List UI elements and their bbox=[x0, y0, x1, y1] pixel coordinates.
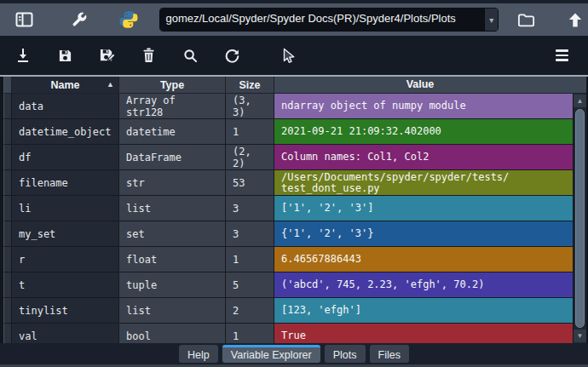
column-header-name[interactable]: Name ▲ bbox=[12, 77, 119, 94]
main-toolbar: gomez/Local/Spyder/Spyder Docs(PR)/Spyde… bbox=[0, 3, 588, 36]
search-button[interactable] bbox=[177, 43, 203, 68]
cell-name[interactable]: df bbox=[12, 145, 119, 170]
cell-size[interactable]: 1 bbox=[226, 324, 274, 343]
save-data-button[interactable] bbox=[52, 43, 78, 68]
browse-directory-button[interactable] bbox=[514, 7, 539, 32]
chevron-down-icon[interactable]: ▾ bbox=[484, 9, 498, 31]
cell-value[interactable]: True bbox=[274, 324, 586, 343]
tools-button[interactable] bbox=[66, 7, 92, 32]
row-handle[interactable] bbox=[3, 272, 12, 298]
cell-size[interactable]: (2, 2) bbox=[226, 145, 274, 170]
table-row[interactable]: df DataFrame (2, 2) Column names: Col1, … bbox=[3, 145, 586, 170]
cell-name[interactable]: t bbox=[12, 272, 119, 298]
remove-variables-button[interactable] bbox=[135, 43, 161, 68]
scroll-up-icon: ▲ bbox=[577, 97, 584, 105]
scrollbar-thumb[interactable] bbox=[575, 109, 585, 328]
tab-label: Variable Explorer bbox=[231, 349, 312, 361]
python-logo-icon bbox=[118, 9, 139, 30]
python-environment-button[interactable] bbox=[116, 7, 141, 32]
vertical-scrollbar[interactable]: ▲ ▼ bbox=[573, 94, 586, 343]
cell-type[interactable]: bool bbox=[119, 324, 226, 343]
cell-value[interactable]: [123, 'efgh'] bbox=[274, 298, 586, 324]
column-label: Name bbox=[50, 79, 79, 91]
parent-directory-button[interactable] bbox=[562, 7, 588, 32]
column-header-size[interactable]: Size bbox=[226, 77, 274, 94]
cell-value[interactable]: ('abcd', 745, 2.23, 'efgh', 70.2) bbox=[274, 272, 586, 298]
import-data-button[interactable] bbox=[10, 43, 36, 68]
cell-type[interactable]: float bbox=[119, 247, 226, 272]
cell-value[interactable]: 2021-09-21 21:09:32.402000 bbox=[274, 119, 586, 145]
arrow-up-icon bbox=[568, 12, 583, 28]
working-directory-combobox[interactable]: gomez/Local/Spyder/Spyder Docs(PR)/Spyde… bbox=[159, 8, 499, 32]
cell-type[interactable]: DataFrame bbox=[119, 145, 226, 170]
row-handle[interactable] bbox=[3, 119, 12, 145]
table-row[interactable]: li list 3 ['1', '2', '3'] bbox=[3, 196, 586, 221]
cell-size[interactable]: (3, 3) bbox=[226, 94, 274, 119]
cell-type[interactable]: Array of str128 bbox=[119, 94, 226, 119]
row-handle[interactable] bbox=[3, 94, 12, 119]
column-header-value[interactable]: Value bbox=[274, 77, 586, 94]
cell-size[interactable]: 5 bbox=[226, 272, 274, 298]
row-handle[interactable] bbox=[3, 221, 12, 247]
tab-label: Help bbox=[187, 349, 210, 361]
row-handle[interactable] bbox=[3, 247, 12, 272]
scroll-up-button[interactable]: ▲ bbox=[574, 95, 586, 107]
cell-type[interactable]: str bbox=[119, 170, 226, 196]
table-row[interactable]: tinylist list 2 [123, 'efgh'] bbox=[3, 298, 586, 324]
working-directory-value[interactable]: gomez/Local/Spyder/Spyder Docs(PR)/Spyde… bbox=[160, 9, 484, 31]
cell-value[interactable]: /Users/Documents/spyder/spyder/tests/ te… bbox=[274, 170, 586, 196]
table-row[interactable]: my_set set 3 {'1', '2', '3'} bbox=[3, 221, 586, 247]
cell-name[interactable]: val bbox=[12, 324, 119, 343]
row-handle[interactable] bbox=[3, 324, 12, 343]
cell-value[interactable]: ['1', '2', '3'] bbox=[274, 196, 586, 221]
cell-name[interactable]: tinylist bbox=[12, 298, 119, 324]
cell-name[interactable]: my_set bbox=[12, 221, 119, 247]
refresh-button[interactable] bbox=[219, 43, 245, 68]
row-handle[interactable] bbox=[3, 196, 12, 221]
table-row[interactable]: datetime_object datetime 1 2021-09-21 21… bbox=[3, 119, 586, 145]
row-handle[interactable] bbox=[3, 145, 12, 170]
table-row[interactable]: t tuple 5 ('abcd', 745, 2.23, 'efgh', 70… bbox=[3, 272, 586, 298]
import-download-icon bbox=[16, 48, 30, 63]
table-row[interactable]: val bool 1 True bbox=[3, 324, 586, 343]
scroll-down-button[interactable]: ▼ bbox=[574, 330, 586, 342]
cell-size[interactable]: 53 bbox=[226, 170, 274, 196]
cell-name[interactable]: r bbox=[12, 247, 119, 272]
row-handle[interactable] bbox=[3, 170, 12, 196]
cell-type[interactable]: list bbox=[119, 196, 226, 221]
cell-size[interactable]: 2 bbox=[226, 298, 274, 324]
pane-tab-files[interactable]: Files bbox=[370, 345, 409, 363]
cell-size[interactable]: 3 bbox=[226, 221, 274, 247]
cell-name[interactable]: datetime_object bbox=[12, 119, 119, 145]
table-row[interactable]: data Array of str128 (3, 3) ndarray obje… bbox=[3, 94, 586, 119]
cell-value[interactable]: Column names: Col1, Col2 bbox=[274, 145, 586, 170]
pane-tab-help[interactable]: Help bbox=[179, 345, 218, 363]
layout-panel-icon bbox=[15, 12, 33, 27]
cell-type[interactable]: tuple bbox=[119, 272, 226, 298]
cell-name[interactable]: data bbox=[12, 94, 119, 119]
save-data-as-button[interactable] bbox=[94, 43, 119, 68]
column-label: Size bbox=[239, 79, 260, 91]
variable-explorer-toolbar bbox=[0, 36, 588, 75]
cell-value[interactable]: {'1', '2', '3'} bbox=[274, 221, 586, 247]
cell-name[interactable]: li bbox=[12, 196, 119, 221]
cell-value[interactable]: 6.46567886443 bbox=[274, 247, 586, 272]
options-menu-button[interactable] bbox=[549, 43, 574, 68]
table-row[interactable]: filename str 53 /Users/Documents/spyder/… bbox=[3, 170, 586, 196]
cell-size[interactable]: 3 bbox=[226, 196, 274, 221]
column-header-type[interactable]: Type bbox=[119, 77, 226, 94]
cell-type[interactable]: datetime bbox=[119, 119, 226, 145]
pane-tab-plots[interactable]: Plots bbox=[325, 345, 366, 363]
trash-icon bbox=[142, 48, 155, 63]
cell-size[interactable]: 1 bbox=[226, 119, 274, 145]
layout-panel-button[interactable] bbox=[12, 7, 37, 32]
cell-type[interactable]: list bbox=[119, 298, 226, 324]
cell-type[interactable]: set bbox=[119, 221, 226, 247]
save-floppy-icon bbox=[58, 49, 72, 63]
cell-size[interactable]: 1 bbox=[226, 247, 274, 272]
table-row[interactable]: r float 1 6.46567886443 bbox=[3, 247, 586, 272]
cell-value[interactable]: ndarray object of numpy module bbox=[274, 94, 586, 119]
row-handle[interactable] bbox=[3, 298, 12, 324]
cell-name[interactable]: filename bbox=[12, 170, 119, 196]
pane-tab-variable-explorer[interactable]: Variable Explorer bbox=[222, 345, 320, 363]
